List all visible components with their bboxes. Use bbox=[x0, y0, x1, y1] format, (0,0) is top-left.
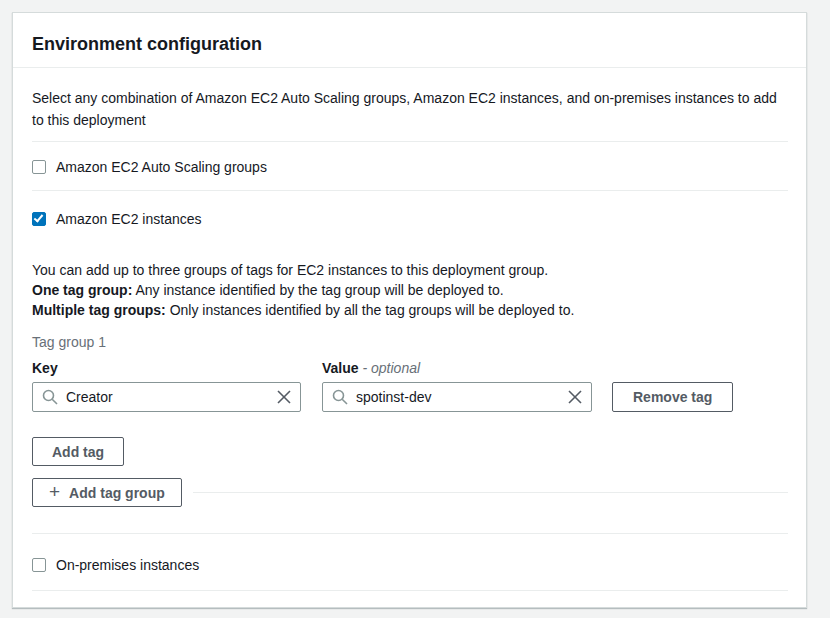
remove-tag-button[interactable]: Remove tag bbox=[612, 382, 733, 412]
checkbox-row-on-premises[interactable]: On-premises instances bbox=[32, 555, 788, 575]
divider bbox=[32, 590, 788, 591]
tag-help-line-2-rest: Any instance identified by the tag group… bbox=[132, 282, 503, 298]
check-icon bbox=[34, 212, 44, 222]
value-label-text: Value bbox=[322, 360, 359, 376]
intro-text: Select any combination of Amazon EC2 Aut… bbox=[32, 87, 788, 131]
divider bbox=[32, 533, 788, 534]
value-input[interactable] bbox=[322, 382, 592, 412]
tag-help-line-3-rest: Only instances identified by all the tag… bbox=[166, 302, 575, 318]
add-tag-button[interactable]: Add tag bbox=[32, 437, 124, 466]
value-field-column: Value - optional bbox=[322, 359, 592, 412]
on-premises-label: On-premises instances bbox=[56, 557, 199, 573]
tag-help-line-1: You can add up to three groups of tags f… bbox=[32, 260, 788, 280]
add-tag-group-row: + Add tag group bbox=[32, 478, 788, 507]
tag-help-line-2-bold: One tag group: bbox=[32, 282, 132, 298]
clear-value-icon[interactable] bbox=[567, 389, 583, 405]
plus-icon: + bbox=[49, 482, 60, 501]
on-premises-checkbox[interactable] bbox=[32, 558, 46, 572]
add-tag-group-button[interactable]: + Add tag group bbox=[32, 478, 182, 507]
panel-body: Select any combination of Amazon EC2 Aut… bbox=[13, 87, 806, 591]
clear-key-icon[interactable] bbox=[276, 389, 292, 405]
divider bbox=[193, 492, 788, 493]
tag-row: Key Value - optional bbox=[32, 359, 788, 412]
tag-help-line-3-bold: Multiple tag groups: bbox=[32, 302, 166, 318]
auto-scaling-groups-label: Amazon EC2 Auto Scaling groups bbox=[56, 159, 267, 175]
tag-help-line-3: Multiple tag groups: Only instances iden… bbox=[32, 300, 788, 320]
auto-scaling-groups-checkbox[interactable] bbox=[32, 160, 46, 174]
search-icon bbox=[332, 389, 348, 405]
divider bbox=[32, 190, 788, 191]
key-search-box bbox=[32, 382, 301, 412]
ec2-instances-checkbox[interactable] bbox=[32, 212, 46, 226]
value-optional-text: - optional bbox=[362, 360, 420, 376]
key-label: Key bbox=[32, 359, 301, 377]
divider bbox=[32, 141, 788, 142]
checkbox-row-ec2-instances[interactable]: Amazon EC2 instances bbox=[32, 208, 788, 230]
tag-help-line-2: One tag group: Any instance identified b… bbox=[32, 280, 788, 300]
search-icon bbox=[42, 389, 58, 405]
tag-help-text: You can add up to three groups of tags f… bbox=[32, 260, 788, 320]
key-input[interactable] bbox=[32, 382, 301, 412]
add-tag-group-label: Add tag group bbox=[69, 485, 165, 501]
panel-header: Environment configuration bbox=[13, 13, 806, 68]
checkbox-row-auto-scaling-groups[interactable]: Amazon EC2 Auto Scaling groups bbox=[32, 157, 788, 177]
ec2-instances-label: Amazon EC2 instances bbox=[56, 211, 202, 227]
environment-configuration-panel: Environment configuration Select any com… bbox=[12, 12, 807, 608]
value-label: Value - optional bbox=[322, 359, 592, 377]
value-search-box bbox=[322, 382, 592, 412]
key-field-column: Key bbox=[32, 359, 301, 412]
page-title: Environment configuration bbox=[32, 33, 787, 55]
tag-group-title: Tag group 1 bbox=[32, 333, 788, 351]
